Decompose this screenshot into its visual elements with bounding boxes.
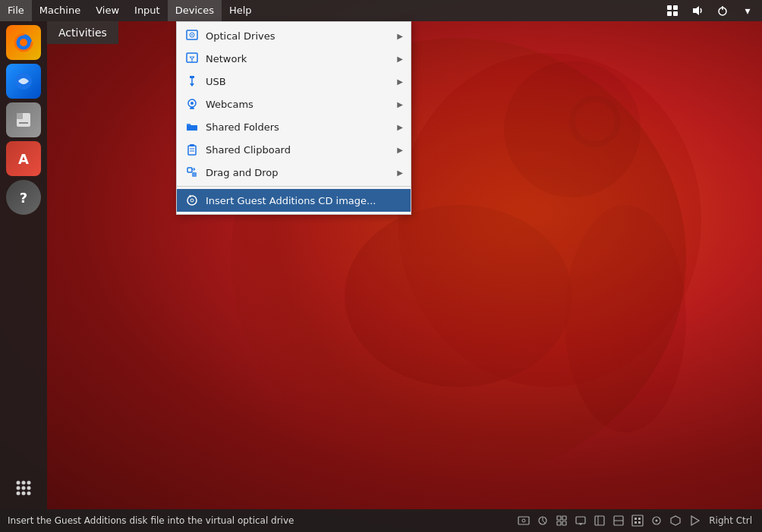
menu-input[interactable]: Input [127, 0, 168, 21]
svg-rect-54 [576, 517, 585, 524]
menu-network[interactable]: Network ▶ [177, 47, 411, 70]
desktop: File Machine View Input Devices Help ▾ A… [0, 0, 762, 532]
webcams-arrow: ▶ [397, 100, 403, 109]
activities-label: Activities [58, 27, 107, 39]
dock-firefox[interactable] [6, 25, 41, 60]
tb-icon-8-svg [650, 515, 663, 527]
taskbar-icon-6[interactable] [610, 512, 627, 529]
menu-separator [177, 186, 411, 187]
menubar-right: ▾ [662, 0, 762, 21]
help-icon: ? [20, 190, 27, 206]
dock-help[interactable]: ? [6, 180, 41, 215]
svg-rect-51 [562, 516, 566, 520]
svg-rect-40 [190, 144, 194, 146]
webcam-icon-svg [186, 98, 198, 110]
menu-webcams[interactable]: Webcams ▶ [177, 93, 411, 115]
network-icon-svg [186, 52, 198, 65]
tb-icon-2-svg [537, 515, 549, 527]
svg-point-20 [27, 481, 31, 485]
optical-drives-arrow: ▶ [397, 32, 403, 40]
tb-icon-10-svg [688, 515, 701, 527]
cd-icon [186, 30, 198, 42]
svg-point-24 [17, 492, 20, 496]
taskbar: Insert the Guest Additions disk file int… [0, 509, 762, 532]
svg-rect-61 [632, 515, 643, 526]
svg-point-13 [20, 39, 27, 46]
usb-icon-svg [186, 75, 198, 87]
drag-drop-label: Drag and Drop [206, 167, 397, 178]
tb-icon-1-svg [518, 515, 530, 527]
usb-arrow: ▶ [397, 77, 403, 86]
svg-marker-33 [190, 83, 194, 87]
optical-drives-icon [184, 28, 200, 43]
svg-rect-63 [638, 518, 641, 520]
svg-rect-16 [17, 113, 23, 119]
svg-rect-8 [673, 11, 678, 16]
dock-show-apps[interactable] [6, 471, 41, 505]
folder-icon [186, 121, 198, 133]
insert-guest-label: Insert Guest Additions CD image... [206, 195, 403, 206]
dock-thunderbird[interactable] [6, 64, 41, 99]
taskbar-status-message: Insert the Guest Additions disk file int… [4, 515, 515, 526]
svg-rect-62 [634, 518, 637, 520]
menu-machine[interactable]: Machine [32, 0, 88, 21]
right-ctrl-label: Right Ctrl [705, 515, 752, 526]
dock: A ? [0, 21, 47, 509]
svg-rect-6 [673, 5, 678, 10]
network-label: Network [206, 53, 397, 65]
taskbar-icon-5[interactable] [591, 512, 608, 529]
svg-rect-53 [562, 521, 566, 525]
svg-rect-52 [557, 521, 561, 525]
menubar: File Machine View Input Devices Help ▾ [0, 0, 762, 21]
usb-icon [184, 74, 200, 89]
svg-point-46 [190, 199, 194, 202]
svg-rect-57 [595, 516, 604, 525]
power-status-icon[interactable] [712, 0, 733, 21]
shared-clipboard-arrow: ▶ [397, 146, 403, 154]
taskbar-icon-8[interactable] [648, 512, 665, 529]
activities-bar[interactable]: Activities [47, 21, 118, 44]
taskbar-icon-4[interactable] [572, 512, 589, 529]
svg-rect-31 [190, 76, 194, 78]
taskbar-icon-1[interactable] [515, 512, 532, 529]
sound-status-icon[interactable] [687, 0, 708, 21]
dock-appstore[interactable]: A [6, 141, 41, 176]
shared-clipboard-label: Shared Clipboard [206, 144, 397, 156]
drag-icon-svg [186, 166, 198, 178]
drag-drop-arrow: ▶ [397, 168, 403, 177]
dropdown-arrow-icon[interactable]: ▾ [737, 0, 758, 21]
taskbar-icon-9[interactable] [667, 512, 684, 529]
menu-help[interactable]: Help [222, 0, 260, 21]
svg-point-67 [656, 520, 658, 522]
shared-folders-icon [184, 119, 200, 134]
menu-file[interactable]: File [0, 0, 32, 21]
drag-drop-icon [184, 165, 200, 180]
firefox-icon [13, 32, 34, 53]
svg-point-48 [522, 519, 525, 522]
menu-shared-clipboard[interactable]: Shared Clipboard ▶ [177, 138, 411, 161]
tb-icon-4-svg [575, 515, 587, 527]
menu-insert-guest-additions[interactable]: Insert Guest Additions CD image... [177, 189, 411, 212]
taskbar-icon-7[interactable] [629, 512, 646, 529]
svg-rect-5 [667, 5, 672, 10]
menu-shared-folders[interactable]: Shared Folders ▶ [177, 115, 411, 138]
taskbar-icon-2[interactable] [534, 512, 551, 529]
optical-drives-label: Optical Drives [206, 30, 397, 42]
svg-point-35 [190, 102, 194, 105]
svg-rect-43 [187, 168, 192, 172]
taskbar-icon-3[interactable] [553, 512, 570, 529]
svg-point-22 [22, 486, 26, 490]
taskbar-icon-10[interactable] [686, 512, 703, 529]
menu-view[interactable]: View [88, 0, 127, 21]
menu-drag-and-drop[interactable]: Drag and Drop ▶ [177, 161, 411, 184]
shared-clipboard-icon [184, 142, 200, 157]
shared-folders-arrow: ▶ [397, 123, 403, 131]
svg-point-3 [565, 205, 686, 433]
tb-icon-3-svg [556, 515, 568, 527]
network-status-icon[interactable] [662, 0, 683, 21]
menu-optical-drives[interactable]: Optical Drives ▶ [177, 24, 411, 47]
menu-devices[interactable]: Devices [168, 0, 222, 21]
svg-marker-9 [693, 6, 699, 15]
dock-files[interactable] [6, 102, 41, 137]
menu-usb[interactable]: USB ▶ [177, 70, 411, 93]
